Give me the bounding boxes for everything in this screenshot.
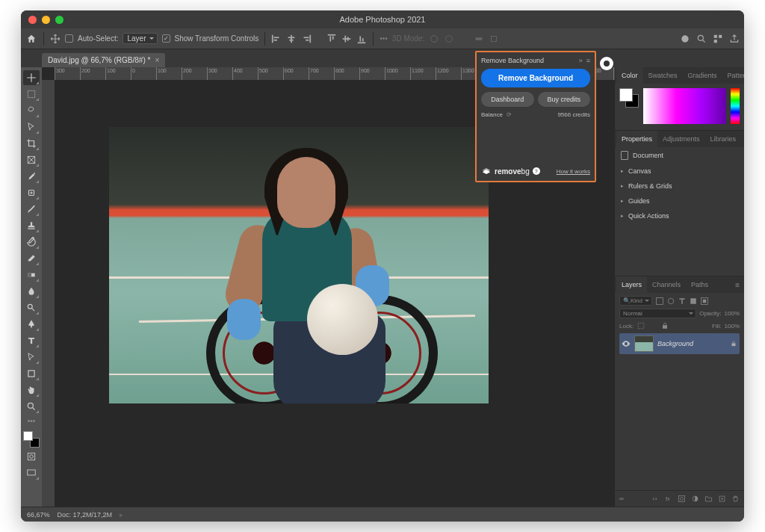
eraser-tool[interactable] (23, 251, 40, 266)
path-tool[interactable] (23, 350, 40, 365)
gradient-tool[interactable] (23, 267, 40, 282)
tab-adjustments[interactable]: Adjustments (657, 131, 705, 147)
stamp-tool[interactable] (23, 218, 40, 233)
pen-tool[interactable] (23, 317, 40, 332)
filter-image-icon[interactable] (655, 297, 664, 306)
new-layer-icon[interactable] (718, 495, 726, 503)
fill-value[interactable]: 100% (725, 323, 740, 330)
layer-mask-icon[interactable] (678, 495, 686, 503)
tab-layers[interactable]: Layers (616, 276, 647, 293)
zoom-level[interactable]: 66,67% (27, 511, 50, 519)
home-icon[interactable] (25, 34, 37, 44)
color-picker-swatch[interactable] (619, 88, 639, 108)
properties-section-quick[interactable]: ▸Quick Actions (615, 208, 744, 223)
show-transform-checkbox[interactable] (162, 34, 170, 43)
search-icon[interactable] (696, 34, 707, 44)
buy-credits-button[interactable]: Buy credits (538, 92, 591, 107)
eyedropper-tool[interactable] (23, 169, 40, 184)
lasso-tool[interactable] (23, 103, 40, 118)
marquee-tool[interactable] (23, 87, 40, 102)
shape-tool[interactable] (23, 366, 40, 381)
adjustment-layer-icon[interactable] (691, 495, 699, 503)
how-it-works-link[interactable]: How it works (557, 168, 590, 175)
blur-tool[interactable] (23, 284, 40, 299)
tab-patterns[interactable]: Patterns (722, 67, 744, 84)
delete-layer-icon[interactable] (731, 495, 740, 503)
layer-filter-dropdown[interactable]: 🔍Kind (619, 296, 652, 306)
frame-tool[interactable] (23, 152, 40, 167)
close-tab-icon[interactable]: × (155, 56, 159, 64)
close-window-button[interactable] (28, 16, 37, 24)
tab-channels[interactable]: Channels (647, 276, 686, 293)
tab-paths[interactable]: Paths (686, 276, 713, 293)
tab-libraries[interactable]: Libraries (705, 131, 742, 147)
crop-tool[interactable] (23, 136, 40, 151)
color-spectrum[interactable] (643, 88, 726, 124)
brush-tool[interactable] (23, 202, 40, 217)
panel-menu-icon[interactable]: ≡ (732, 281, 743, 289)
opacity-value[interactable]: 100% (725, 310, 740, 317)
panel-menu-icon[interactable]: ≡ (586, 57, 590, 64)
remove-background-button[interactable]: Remove Background (481, 69, 590, 87)
visibility-icon[interactable] (622, 339, 631, 348)
svg-rect-38 (657, 297, 663, 304)
properties-section-guides[interactable]: ▸Guides (615, 194, 744, 208)
properties-section-canvas[interactable]: ▸Canvas (615, 164, 744, 179)
healing-tool[interactable] (23, 185, 40, 200)
cloud-icon[interactable] (680, 34, 690, 44)
auto-select-dropdown[interactable]: Layer (123, 33, 157, 44)
collapse-icon[interactable]: » (579, 57, 583, 64)
filter-adjust-icon[interactable] (666, 297, 675, 306)
document-tab[interactable]: David.jpg @ 66,7% (RGB/8#) * × (42, 53, 165, 67)
quick-mask-tool[interactable] (23, 449, 40, 464)
link-layers-icon[interactable] (651, 495, 659, 503)
filter-type-icon[interactable] (678, 297, 687, 306)
screen-mode-tool[interactable] (23, 466, 40, 480)
align-top-icon[interactable] (326, 34, 337, 44)
lock-position-icon[interactable] (648, 321, 657, 330)
tab-color[interactable]: Color (616, 67, 643, 84)
move-tool[interactable] (23, 70, 40, 85)
auto-select-checkbox[interactable] (65, 34, 73, 43)
align-center-v-icon[interactable] (341, 34, 352, 44)
plugin-launcher-icon[interactable] (600, 57, 613, 70)
color-swatches[interactable] (23, 431, 40, 448)
tool-overflow[interactable]: ••• (28, 417, 36, 425)
layer-row[interactable]: Background (619, 333, 740, 354)
hue-slider[interactable] (731, 88, 740, 124)
workspace-icon[interactable] (713, 34, 723, 44)
tab-gradients[interactable]: Gradients (683, 67, 722, 84)
history-brush-tool[interactable] (23, 235, 40, 250)
lock-icon[interactable] (730, 340, 737, 347)
tab-properties[interactable]: Properties (616, 131, 657, 147)
refresh-icon[interactable]: ⟳ (505, 111, 512, 118)
zoom-tool[interactable] (23, 399, 40, 414)
dodge-tool[interactable] (23, 300, 40, 315)
lock-pixels-icon[interactable] (637, 321, 645, 330)
align-right-icon[interactable] (301, 34, 312, 44)
dashboard-button[interactable]: Dashboard (481, 92, 534, 107)
tab-swatches[interactable]: Swatches (643, 67, 683, 84)
share-icon[interactable] (729, 34, 740, 44)
filter-smart-icon[interactable] (700, 297, 709, 306)
type-tool[interactable] (23, 333, 40, 348)
minimize-window-button[interactable] (42, 16, 50, 24)
hand-tool[interactable] (23, 383, 40, 398)
info-icon[interactable]: ? (533, 167, 540, 175)
lock-all-icon[interactable] (660, 321, 669, 330)
align-center-h-icon[interactable] (286, 34, 297, 44)
properties-section-rulers[interactable]: ▸Rulers & Grids (615, 179, 744, 194)
document-canvas[interactable] (109, 127, 489, 403)
blend-mode-dropdown[interactable]: Normal (619, 309, 696, 318)
align-bottom-icon[interactable] (356, 34, 367, 44)
panel-menu-icon[interactable]: ≡ (741, 135, 744, 143)
filter-shape-icon[interactable] (689, 297, 698, 306)
move-tool-icon[interactable] (50, 34, 61, 44)
group-icon[interactable] (704, 495, 713, 503)
layer-style-icon[interactable]: fx (664, 495, 672, 503)
svg-rect-16 (360, 36, 362, 41)
auto-select-label: Auto-Select: (78, 34, 118, 43)
align-left-icon[interactable] (271, 34, 282, 44)
maximize-window-button[interactable] (55, 16, 64, 24)
selection-tool[interactable] (23, 120, 40, 134)
